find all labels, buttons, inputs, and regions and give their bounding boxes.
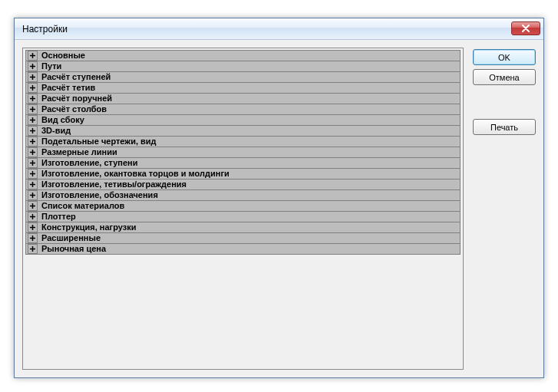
expand-icon[interactable]: [28, 201, 38, 211]
category-row[interactable]: Пути: [25, 61, 461, 72]
category-label: Расчёт столбов: [40, 104, 107, 115]
expand-icon[interactable]: [28, 137, 38, 147]
category-label: Плоттер: [40, 211, 76, 222]
category-row[interactable]: Конструкция, нагрузки: [25, 222, 461, 233]
category-row[interactable]: Расчёт ступеней: [25, 71, 461, 83]
category-row[interactable]: Подетальные чертежи, вид: [25, 136, 461, 147]
expand-icon[interactable]: [28, 51, 38, 61]
print-button[interactable]: Печать: [473, 119, 536, 135]
category-row[interactable]: Изготовление, окантовка торцов и молдинг…: [25, 168, 461, 180]
button-column: OK Отмена Печать: [473, 48, 536, 370]
settings-window: Настройки ОсновныеПутиРасчёт ступенейРас…: [14, 18, 544, 378]
expand-icon[interactable]: [28, 83, 38, 93]
category-panel: ОсновныеПутиРасчёт ступенейРасчёт тетивР…: [22, 48, 464, 370]
category-row[interactable]: Размерные линии: [25, 147, 461, 158]
spacer: [473, 89, 536, 115]
category-label: Изготовление, ступени: [40, 157, 138, 169]
category-label: Изготовление, окантовка торцов и молдинг…: [40, 168, 229, 180]
expand-icon[interactable]: [28, 180, 38, 189]
category-label: Список материалов: [40, 200, 124, 212]
client-area: ОсновныеПутиРасчёт ступенейРасчёт тетивР…: [15, 40, 543, 377]
category-label: Размерные линии: [40, 147, 117, 158]
category-label: Расширенные: [40, 232, 101, 244]
category-list: ОсновныеПутиРасчёт ступенейРасчёт тетивР…: [25, 50, 461, 254]
category-row[interactable]: Изготовление, обозначения: [25, 189, 461, 201]
expand-icon[interactable]: [28, 94, 38, 104]
category-row[interactable]: Расчёт поручней: [25, 93, 461, 104]
close-icon: [521, 25, 530, 32]
category-label: Подетальные чертежи, вид: [40, 136, 157, 147]
titlebar: Настройки: [15, 18, 543, 40]
expand-icon[interactable]: [28, 72, 38, 82]
category-row[interactable]: Плоттер: [25, 211, 461, 222]
category-row[interactable]: Изготовление, тетивы/ограждения: [25, 179, 461, 190]
expand-icon[interactable]: [28, 212, 38, 222]
ok-button[interactable]: OK: [473, 49, 536, 65]
category-label: Вид сбоку: [40, 114, 84, 126]
category-label: Расчёт поручней: [40, 93, 112, 104]
expand-icon[interactable]: [28, 169, 38, 179]
category-label: Изготовление, тетивы/ограждения: [40, 179, 187, 190]
category-row[interactable]: Вид сбоку: [25, 114, 461, 126]
category-label: Расчёт тетив: [40, 82, 95, 94]
expand-icon[interactable]: [28, 158, 38, 168]
category-row[interactable]: Список материалов: [25, 200, 461, 212]
category-label: 3D-вид: [40, 125, 71, 137]
expand-icon[interactable]: [28, 147, 38, 157]
category-row[interactable]: Основные: [25, 50, 461, 61]
window-title: Настройки: [22, 24, 68, 35]
expand-icon[interactable]: [28, 115, 38, 125]
close-button[interactable]: [511, 21, 540, 35]
category-label: Расчёт ступеней: [40, 71, 111, 83]
category-label: Конструкция, нагрузки: [40, 222, 136, 233]
category-label: Основные: [40, 50, 85, 61]
category-row[interactable]: Рыночная цена: [25, 243, 461, 255]
category-row[interactable]: Расширенные: [25, 232, 461, 244]
expand-icon[interactable]: [28, 233, 38, 243]
category-row[interactable]: 3D-вид: [25, 125, 461, 137]
cancel-button[interactable]: Отмена: [473, 69, 536, 85]
category-row[interactable]: Расчёт столбов: [25, 104, 461, 115]
category-label: Рыночная цена: [40, 243, 106, 255]
expand-icon[interactable]: [28, 222, 38, 232]
category-label: Пути: [40, 61, 61, 72]
category-row[interactable]: Расчёт тетив: [25, 82, 461, 94]
expand-icon[interactable]: [28, 190, 38, 200]
expand-icon[interactable]: [28, 244, 38, 254]
category-label: Изготовление, обозначения: [40, 189, 158, 201]
expand-icon[interactable]: [28, 104, 38, 114]
expand-icon[interactable]: [28, 126, 38, 136]
expand-icon[interactable]: [28, 61, 38, 71]
category-row[interactable]: Изготовление, ступени: [25, 157, 461, 169]
